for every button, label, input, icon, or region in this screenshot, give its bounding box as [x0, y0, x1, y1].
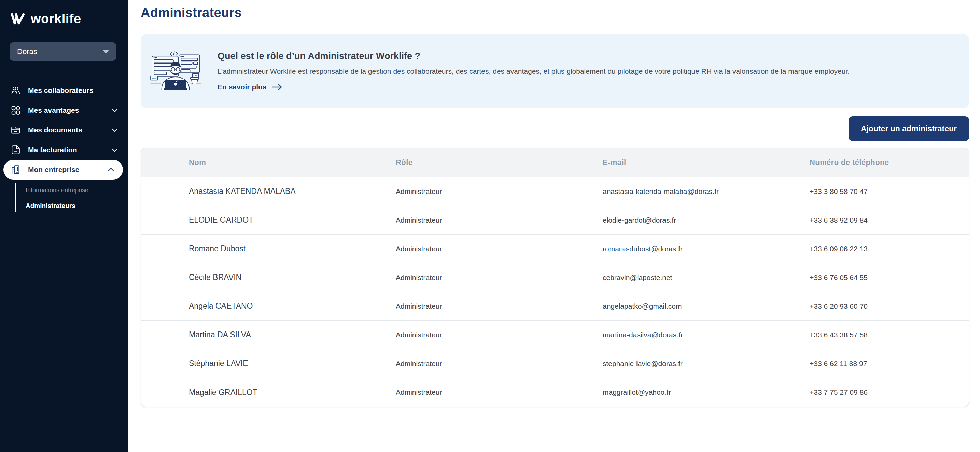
arrow-right-icon	[272, 83, 283, 91]
cell-role: Administrateur	[348, 188, 555, 196]
learn-more-label: En savoir plus	[218, 83, 267, 91]
sidebar-subitem-informations-entreprise[interactable]: Informations entreprise	[0, 182, 128, 198]
cell-name: Anastasia KATENDA MALABA	[141, 187, 348, 196]
sidebar-item-label: Ma facturation	[28, 146, 77, 154]
column-header-email: E-mail	[555, 158, 762, 167]
sidebar-item-label: Mon entreprise	[28, 166, 80, 174]
sidebar-subitem-administrateurs[interactable]: Administrateurs	[0, 198, 128, 214]
cell-name: Martina DA SILVA	[141, 330, 348, 339]
cell-email: stephanie-lavie@doras.fr	[555, 360, 762, 368]
cell-role: Administrateur	[348, 274, 555, 282]
table-row[interactable]: Stéphanie LAVIE Administrateur stephanie…	[141, 349, 969, 378]
cell-role: Administrateur	[348, 245, 555, 253]
cell-name: Magalie GRAILLOT	[141, 388, 348, 397]
developer-at-laptop-illustration: CSS JAVA	[150, 51, 202, 91]
sidebar: worklife Doras Mes collaborateurs	[0, 0, 128, 452]
chevron-up-icon	[107, 165, 115, 174]
cell-phone: +33 6 38 92 09 84	[762, 216, 969, 224]
cell-email: angelapatko@gmail.com	[555, 302, 762, 310]
banner-title: Quel est le rôle d’un Administrateur Wor…	[218, 51, 954, 62]
cell-role: Administrateur	[348, 331, 555, 339]
cell-phone: +33 6 09 06 22 13	[762, 245, 969, 253]
sidebar-item-mes-collaborateurs[interactable]: Mes collaborateurs	[0, 81, 128, 100]
table-header-row: Nom Rôle E-mail Numéro de téléphone	[141, 148, 969, 177]
cell-name: Stéphanie LAVIE	[141, 359, 348, 368]
folder-icon	[10, 125, 21, 135]
table-row[interactable]: Magalie GRAILLOT Administrateur maggrail…	[141, 378, 969, 407]
main-content: Administrateurs	[128, 0, 980, 452]
caret-down-icon	[102, 49, 109, 54]
sidebar-sublist-mon-entreprise: Informations entreprise Administrateurs	[0, 182, 128, 214]
worklife-logo-icon	[10, 12, 25, 25]
sidebar-subitem-label: Administrateurs	[25, 202, 75, 210]
cell-role: Administrateur	[348, 388, 555, 396]
sidebar-item-label: Mes documents	[28, 126, 82, 134]
sidebar-item-mes-avantages[interactable]: Mes avantages	[0, 100, 128, 120]
table-row[interactable]: Martina DA SILVA Administrateur martina-…	[141, 321, 969, 349]
table-row[interactable]: Angela CAETANO Administrateur angelapatk…	[141, 292, 969, 321]
cell-phone: +33 6 76 05 64 55	[762, 274, 969, 282]
sidebar-item-mes-documents[interactable]: Mes documents	[0, 120, 128, 140]
cell-phone: +33 7 75 27 09 86	[762, 388, 969, 396]
cell-email: anastasia-katenda-malaba@doras.fr	[555, 188, 762, 196]
banner-text: Quel est le rôle d’un Administrateur Wor…	[218, 51, 954, 91]
table-row[interactable]: Romane Dubost Administrateur romane-dubo…	[141, 234, 969, 263]
worklife-logo: worklife	[0, 9, 128, 29]
chevron-down-icon	[110, 106, 119, 115]
table-row[interactable]: Cécile BRAVIN Administrateur cebravin@la…	[141, 263, 969, 292]
cell-phone: +33 6 20 93 60 70	[762, 302, 969, 310]
cell-phone: +33 3 80 58 70 47	[762, 188, 969, 196]
cell-phone: +33 6 43 38 57 58	[762, 331, 969, 339]
cell-role: Administrateur	[348, 302, 555, 310]
sidebar-item-ma-facturation[interactable]: Ma facturation	[0, 140, 128, 160]
cell-name: ELODIE GARDOT	[141, 215, 348, 224]
cell-name: Romane Dubost	[141, 244, 348, 253]
banner-body: L’administrateur Worklife est responsabl…	[218, 67, 954, 76]
cell-phone: +33 6 62 11 88 97	[762, 360, 969, 368]
sidebar-subitem-label: Informations entreprise	[25, 187, 88, 194]
page-title: Administrateurs	[141, 5, 969, 20]
svg-text:CSS: CSS	[194, 75, 198, 77]
people-icon	[10, 85, 21, 96]
learn-more-link[interactable]: En savoir plus	[218, 83, 283, 91]
info-banner: CSS JAVA Quel est le rôle d’un Administr…	[141, 35, 969, 108]
column-header-role: Rôle	[348, 158, 555, 167]
cell-email: cebravin@laposte.net	[555, 274, 762, 282]
sidebar-nav: Mes collaborateurs Mes avantages	[0, 81, 128, 214]
cell-email: romane-dubost@doras.fr	[555, 245, 762, 253]
admins-table: Nom Rôle E-mail Numéro de téléphone Anas…	[141, 148, 969, 407]
column-header-telephone: Numéro de téléphone	[762, 158, 969, 167]
cell-email: maggraillot@yahoo.fr	[555, 388, 762, 396]
benefits-grid-icon	[10, 105, 21, 116]
sidebar-item-label: Mes collaborateurs	[28, 86, 93, 95]
add-administrator-button[interactable]: Ajouter un administrateur	[848, 116, 969, 141]
cell-role: Administrateur	[348, 216, 555, 224]
cell-email: elodie-gardot@doras.fr	[555, 216, 762, 224]
cell-email: martina-dasilva@doras.fr	[555, 331, 762, 339]
brand-name: worklife	[31, 12, 81, 26]
chevron-down-icon	[110, 126, 119, 135]
cell-role: Administrateur	[348, 360, 555, 368]
sidebar-item-mon-entreprise[interactable]: Mon entreprise	[3, 160, 123, 180]
svg-text:JAVA: JAVA	[152, 77, 157, 80]
sidebar-item-label: Mes avantages	[28, 106, 79, 115]
chevron-down-icon	[110, 145, 119, 154]
building-icon	[10, 164, 21, 175]
table-row[interactable]: Anastasia KATENDA MALABA Administrateur …	[141, 177, 969, 206]
actions-row: Ajouter un administrateur	[141, 116, 969, 141]
org-selector[interactable]: Doras	[10, 42, 116, 61]
cell-name: Angela CAETANO	[141, 301, 348, 311]
column-header-nom: Nom	[141, 158, 348, 167]
table-row[interactable]: ELODIE GARDOT Administrateur elodie-gard…	[141, 206, 969, 234]
cell-name: Cécile BRAVIN	[141, 273, 348, 282]
invoice-icon	[10, 145, 21, 155]
org-selector-value: Doras	[17, 47, 37, 56]
